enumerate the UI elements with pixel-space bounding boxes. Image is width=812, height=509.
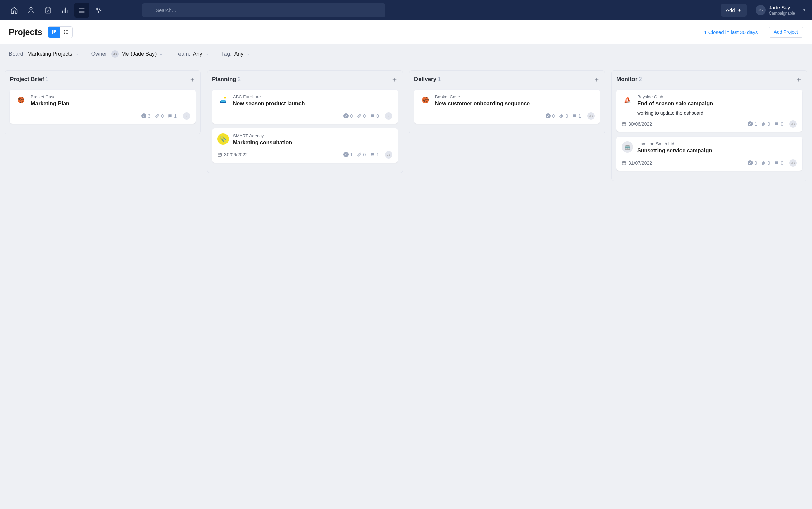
assignee-avatar: JS: [385, 151, 392, 159]
attachments-metric: 0: [357, 113, 366, 119]
column-title: Monitor2: [616, 76, 642, 83]
column-add-button[interactable]: ＋: [391, 76, 398, 83]
client-icon: 🏀: [15, 94, 27, 106]
add-button-label: Add: [726, 7, 735, 13]
check-icon: [141, 113, 146, 118]
check-icon: [546, 113, 551, 118]
comments-metric: 1: [370, 152, 379, 157]
comments-metric: 0: [774, 121, 783, 127]
comments-metric: 0: [774, 160, 783, 166]
filter-board[interactable]: Board: Marketing Projects ⌄: [9, 50, 78, 58]
activity-icon[interactable]: [91, 3, 106, 18]
column-title: Delivery1: [414, 76, 441, 83]
card-title: New season product launch: [233, 100, 392, 107]
column-title: Project Brief1: [10, 76, 49, 83]
client-name: Hamilton Smith Ltd: [637, 141, 797, 146]
svg-rect-10: [622, 123, 626, 126]
card-title: End of season sale campaign: [637, 100, 797, 107]
card-title: Marketing consultation: [233, 139, 392, 146]
project-card[interactable]: 🏢 Hamilton Smith Ltd Sunsetting service …: [616, 137, 802, 171]
assignee-avatar: JS: [789, 120, 797, 128]
add-project-button[interactable]: Add Project: [769, 27, 803, 38]
project-card[interactable]: ⛵ Bayside Club End of season sale campai…: [616, 90, 802, 132]
plus-icon: ＋: [737, 7, 742, 14]
chevron-down-icon: ▾: [803, 8, 805, 13]
svg-point-6: [64, 30, 65, 31]
chevron-down-icon: ⌄: [159, 52, 163, 56]
owner-avatar: JS: [111, 50, 119, 58]
comments-metric: 1: [168, 113, 177, 119]
svg-point-0: [30, 8, 32, 10]
check-icon: [343, 113, 349, 118]
checks-metric: 1: [343, 152, 353, 157]
search-input[interactable]: [142, 3, 385, 17]
home-icon[interactable]: [7, 3, 22, 18]
column-monitor: Monitor2 ＋ ⛵ Bayside Club End of season …: [611, 70, 807, 181]
bar-chart-icon[interactable]: [57, 3, 72, 18]
attachments-metric: 0: [154, 113, 164, 119]
checks-metric: 0: [546, 113, 555, 119]
assignee-avatar: JS: [385, 112, 392, 120]
attachments-metric: 0: [357, 152, 366, 157]
person-icon[interactable]: [24, 3, 39, 18]
attachments-metric: 0: [559, 113, 568, 119]
client-name: Bayside Club: [637, 94, 797, 99]
client-icon: 🏢: [622, 141, 633, 153]
filter-tag[interactable]: Tag: Any ⌄: [221, 50, 249, 58]
attachments-metric: 0: [761, 160, 770, 166]
column-title: Planning2: [212, 76, 241, 83]
calendar-check-icon[interactable]: [41, 3, 55, 18]
svg-point-7: [64, 32, 65, 32]
checks-metric: 0: [748, 160, 757, 166]
client-name: Basket Case: [31, 94, 190, 99]
view-list-button[interactable]: [60, 27, 72, 38]
column-add-button[interactable]: ＋: [795, 76, 802, 83]
project-card[interactable]: 🛋️ ABC Furniture New season product laun…: [212, 90, 398, 124]
chevron-down-icon: ⌄: [205, 52, 208, 56]
project-card[interactable]: 📎 SMART Agency Marketing consultation 30…: [212, 128, 398, 163]
filter-owner[interactable]: Owner: JS Me (Jade Say) ⌄: [91, 50, 163, 58]
assignee-avatar: JS: [789, 159, 797, 167]
card-date: 30/06/2022: [217, 152, 248, 157]
svg-point-8: [64, 33, 65, 33]
column-add-button[interactable]: ＋: [189, 76, 196, 83]
filter-team[interactable]: Team: Any ⌄: [175, 50, 208, 58]
client-icon: ⛵: [622, 94, 633, 106]
client-icon: 🛋️: [217, 94, 229, 106]
card-title: Sunsetting service campaign: [637, 147, 797, 154]
card-description: working to update the dshboard: [637, 110, 797, 116]
add-button[interactable]: Add ＋: [721, 4, 747, 17]
svg-rect-11: [622, 162, 626, 165]
check-icon: [748, 121, 753, 126]
card-date: 30/06/2022: [622, 121, 652, 127]
svg-rect-9: [218, 153, 222, 156]
checks-metric: 1: [748, 121, 757, 127]
svg-rect-5: [55, 30, 56, 32]
client-name: ABC Furniture: [233, 94, 392, 99]
user-menu[interactable]: JS Jade Say Campaignable ▾: [756, 5, 805, 16]
assignee-avatar: JS: [183, 112, 190, 120]
filter-bar: Board: Marketing Projects ⌄ Owner: JS Me…: [0, 44, 812, 64]
project-card[interactable]: 🏀 Basket Case New customer onboarding se…: [414, 90, 600, 124]
svg-rect-4: [53, 30, 54, 33]
attachments-metric: 0: [761, 121, 770, 127]
comments-metric: 1: [572, 113, 581, 119]
card-title: Marketing Plan: [31, 100, 190, 107]
client-icon: 🏀: [420, 94, 431, 106]
board-icon[interactable]: [74, 3, 89, 18]
checks-metric: 0: [343, 113, 353, 119]
top-navbar: Add ＋ JS Jade Say Campaignable ▾: [0, 0, 812, 20]
project-card[interactable]: 🏀 Basket Case Marketing Plan 3 0 1 JS: [10, 90, 196, 124]
column-delivery: Delivery1 ＋ 🏀 Basket Case New customer o…: [409, 70, 605, 134]
column-add-button[interactable]: ＋: [593, 76, 600, 83]
client-name: SMART Agency: [233, 133, 392, 138]
view-board-button[interactable]: [48, 27, 60, 38]
user-org: Campaignable: [769, 11, 795, 16]
assignee-avatar: JS: [587, 112, 595, 120]
card-date: 31/07/2022: [622, 160, 652, 166]
column-planning: Planning2 ＋ 🛋️ ABC Furniture New season …: [207, 70, 403, 173]
closed-in-30-days-link[interactable]: 1 Closed in last 30 days: [704, 29, 758, 35]
user-name: Jade Say: [769, 5, 795, 11]
column-project-brief: Project Brief1 ＋ 🏀 Basket Case Marketing…: [5, 70, 201, 134]
page-title: Projects: [9, 27, 42, 37]
